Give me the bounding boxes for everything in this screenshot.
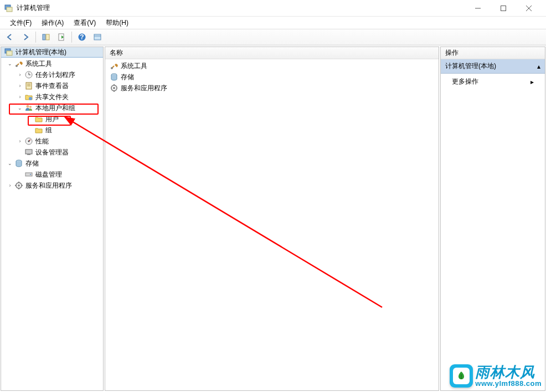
actions-panel: 操作 计算机管理(本地) ▴ 更多操作 ▸ xyxy=(440,47,545,391)
expand-icon[interactable]: › xyxy=(17,94,23,100)
tools-icon xyxy=(14,59,23,68)
watermark-title: 雨林木风 xyxy=(475,365,542,379)
tree-label: 用户 xyxy=(45,115,59,124)
list-header[interactable]: 名称 xyxy=(105,47,439,59)
column-name: 名称 xyxy=(110,48,123,58)
actions-section[interactable]: 计算机管理(本地) ▴ xyxy=(441,59,545,74)
toolbar: ? xyxy=(0,29,546,45)
show-hide-tree-button[interactable] xyxy=(39,30,53,44)
svg-rect-27 xyxy=(25,149,32,154)
tree-shared-folders[interactable]: › 共享文件夹 xyxy=(1,91,103,102)
storage-icon xyxy=(110,73,119,81)
properties-button[interactable] xyxy=(91,30,104,44)
tree-label: 组 xyxy=(45,126,52,135)
back-button[interactable] xyxy=(3,30,17,44)
svg-rect-3 xyxy=(501,6,506,11)
svg-rect-30 xyxy=(25,173,32,176)
tree-users[interactable]: 用户 xyxy=(1,114,103,125)
list-item-storage[interactable]: 存储 xyxy=(107,71,436,82)
tree-panel: 计算机管理(本地) ⌄ 系统工具 › 任务计划程序 › 事件查看器 › 共享文件… xyxy=(1,47,104,391)
tree-label: 本地用户和组 xyxy=(35,104,75,113)
chevron-right-icon: ▸ xyxy=(530,78,534,86)
shared-folder-icon xyxy=(24,92,33,101)
titlebar: 计算机管理 xyxy=(0,0,546,17)
list-item-services-apps[interactable]: 服务和应用程序 xyxy=(107,82,436,94)
svg-rect-37 xyxy=(21,185,23,186)
device-icon xyxy=(24,148,33,157)
svg-point-41 xyxy=(113,87,115,89)
tree-services-apps[interactable]: › 服务和应用程序 xyxy=(1,180,103,191)
svg-point-33 xyxy=(18,184,20,187)
svg-point-24 xyxy=(29,106,32,108)
expand-icon[interactable]: › xyxy=(7,182,13,189)
svg-rect-14 xyxy=(7,51,12,55)
tree-storage[interactable]: ⌄ 存储 xyxy=(1,158,103,169)
tree-label: 系统工具 xyxy=(25,59,52,69)
list-item-system-tools[interactable]: 系统工具 xyxy=(107,60,436,71)
tree-device-manager[interactable]: 设备管理器 xyxy=(1,147,103,158)
watermark-logo xyxy=(450,364,473,388)
expand-icon[interactable]: › xyxy=(17,71,23,78)
expand-icon[interactable]: › xyxy=(17,138,23,145)
svg-rect-35 xyxy=(18,188,19,189)
tree-label: 服务和应用程序 xyxy=(25,181,72,190)
list-panel: 名称 系统工具 存储 服务和应用程序 xyxy=(105,47,439,391)
tree-label: 共享文件夹 xyxy=(35,92,69,102)
tree-event-viewer[interactable]: › 事件查看器 xyxy=(1,80,103,91)
main-content: 计算机管理(本地) ⌄ 系统工具 › 任务计划程序 › 事件查看器 › 共享文件… xyxy=(0,45,546,392)
list-item-label: 存储 xyxy=(121,73,134,82)
tree-groups[interactable]: 组 xyxy=(1,125,103,136)
svg-point-38 xyxy=(111,67,113,69)
svg-point-15 xyxy=(16,65,18,67)
export-button[interactable] xyxy=(55,30,68,44)
svg-rect-34 xyxy=(18,182,19,183)
menu-action[interactable]: 操作(A) xyxy=(37,17,68,29)
expand-icon[interactable]: › xyxy=(17,82,23,89)
menu-view[interactable]: 查看(V) xyxy=(69,17,100,29)
tree-performance[interactable]: › 性能 xyxy=(1,136,103,147)
tree-task-scheduler[interactable]: › 任务计划程序 xyxy=(1,69,103,80)
actions-header-label: 操作 xyxy=(445,48,459,58)
svg-point-26 xyxy=(28,141,30,142)
tree-label: 性能 xyxy=(35,137,49,146)
menu-help[interactable]: 帮助(H) xyxy=(101,17,133,29)
collapse-icon: ▴ xyxy=(537,63,540,70)
tree-root[interactable]: 计算机管理(本地) xyxy=(1,47,104,58)
actions-header: 操作 xyxy=(441,47,545,59)
help-button[interactable]: ? xyxy=(75,30,89,44)
watermark: 雨林木风 www.ylmf888.com xyxy=(450,364,542,388)
tree-root-label: 计算机管理(本地) xyxy=(16,48,66,57)
svg-rect-7 xyxy=(46,34,49,40)
watermark-url: www.ylmf888.com xyxy=(475,379,542,388)
minimize-button[interactable] xyxy=(465,0,491,17)
forward-button[interactable] xyxy=(19,30,32,44)
maximize-button[interactable] xyxy=(491,0,516,17)
clock-icon xyxy=(24,70,33,79)
storage-icon xyxy=(14,159,23,168)
menu-file[interactable]: 文件(F) xyxy=(6,17,36,29)
svg-rect-6 xyxy=(43,34,45,40)
svg-rect-43 xyxy=(114,90,115,92)
folder-icon xyxy=(34,115,43,123)
tree-label: 设备管理器 xyxy=(35,148,69,157)
folder-icon xyxy=(34,126,43,135)
tree-disk-management[interactable]: 磁盘管理 xyxy=(1,169,103,180)
svg-point-31 xyxy=(30,174,31,175)
svg-rect-1 xyxy=(7,7,12,12)
app-icon xyxy=(4,4,13,13)
tree-system-tools[interactable]: ⌄ 系统工具 xyxy=(1,58,103,69)
list-item-label: 服务和应用程序 xyxy=(121,84,167,93)
performance-icon xyxy=(24,137,33,146)
actions-more[interactable]: 更多操作 ▸ xyxy=(441,74,545,90)
tree-local-users-groups[interactable]: ⌄ 本地用户和组 xyxy=(1,102,103,114)
svg-point-23 xyxy=(27,105,29,108)
list-item-label: 系统工具 xyxy=(121,61,147,71)
window-title: 计算机管理 xyxy=(17,3,465,13)
collapse-icon[interactable]: ⌄ xyxy=(7,160,13,167)
services-icon xyxy=(14,181,23,190)
tools-icon xyxy=(110,61,119,70)
collapse-icon[interactable]: ⌄ xyxy=(17,105,23,111)
close-button[interactable] xyxy=(516,0,542,17)
tree-label: 事件查看器 xyxy=(35,81,69,91)
expand-icon[interactable]: ⌄ xyxy=(7,60,13,67)
